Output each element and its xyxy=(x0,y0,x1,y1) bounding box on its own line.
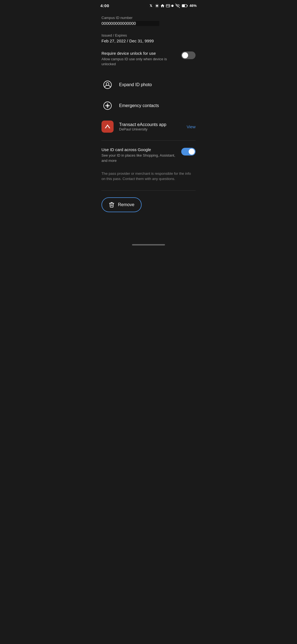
svg-rect-10 xyxy=(166,4,170,7)
home-indicator xyxy=(132,244,165,245)
remove-button[interactable]: Remove xyxy=(101,197,142,212)
emergency-contacts-item[interactable]: Emergency contacts xyxy=(101,95,196,116)
svg-rect-13 xyxy=(187,5,188,6)
use-id-card-row: Use ID card across Google See your ID in… xyxy=(101,147,196,163)
device-unlock-desc: Allow campus ID use only when device is … xyxy=(101,57,177,67)
notification-dot xyxy=(171,5,174,7)
transact-title: Transact eAccounts app xyxy=(119,122,181,127)
transact-item[interactable]: Transact eAccounts app DePaul University… xyxy=(101,116,196,137)
campus-id-section: Campus ID number 000000000000000████████ xyxy=(101,16,196,26)
medical-icon xyxy=(103,101,112,110)
issued-expires-label: Issued / Expires xyxy=(101,33,196,37)
person-circle-icon xyxy=(103,80,112,89)
notification-icons: 𝕏 xyxy=(149,4,174,8)
trash-svg xyxy=(109,202,115,208)
campus-id-label: Campus ID number xyxy=(101,16,196,20)
use-id-card-title: Use ID card across Google xyxy=(101,147,177,152)
device-unlock-title: Require device unlock for use xyxy=(101,51,177,56)
device-unlock-toggle[interactable] xyxy=(181,51,196,59)
remove-button-label: Remove xyxy=(118,202,134,207)
expand-id-photo-label: Expand ID photo xyxy=(119,82,196,87)
footer-note: The pass provider or merchant is respons… xyxy=(101,171,196,182)
campus-id-value: 000000000000000████████ xyxy=(101,21,196,26)
status-bar: 4:00 𝕏 xyxy=(95,0,202,10)
transact-view-button[interactable]: View xyxy=(187,124,196,129)
home-icon xyxy=(160,4,165,8)
svg-point-16 xyxy=(106,83,109,85)
status-time: 4:00 xyxy=(100,3,109,8)
emergency-contacts-icon xyxy=(101,100,114,112)
main-content: Campus ID number 000000000000000████████… xyxy=(95,10,202,240)
device-unlock-row: Require device unlock for use Allow camp… xyxy=(101,51,196,67)
expand-id-photo-item[interactable]: Expand ID photo xyxy=(101,74,196,95)
divider-2 xyxy=(101,190,196,191)
transact-subtitle: DePaul University xyxy=(119,127,181,131)
wallet-icon xyxy=(166,4,170,8)
transact-app-icon xyxy=(104,123,111,130)
issued-expires-section: Issued / Expires Feb 27, 2022 / Dec 31, … xyxy=(101,33,196,43)
use-id-card-toggle[interactable] xyxy=(181,148,196,155)
svg-rect-14 xyxy=(182,5,185,7)
svg-point-1 xyxy=(156,5,158,7)
emergency-contacts-label: Emergency contacts xyxy=(119,103,196,108)
svg-line-9 xyxy=(158,4,158,5)
svg-text:𝕏: 𝕏 xyxy=(150,4,152,8)
svg-point-11 xyxy=(169,6,169,7)
toggle-thumb xyxy=(182,52,188,58)
divider-1 xyxy=(101,140,196,141)
toggle-thumb-on xyxy=(189,149,195,155)
svg-line-8 xyxy=(156,7,156,7)
brightness-icon xyxy=(155,4,159,8)
expand-id-photo-icon xyxy=(101,79,114,91)
transact-icon xyxy=(101,121,114,133)
status-right-icons: 𝕏 xyxy=(149,4,197,8)
wifi-icon xyxy=(175,4,180,8)
x-icon: 𝕏 xyxy=(149,4,154,8)
issued-expires-value: Feb 27, 2022 / Dec 31, 9999 xyxy=(101,39,196,43)
battery-icon xyxy=(182,4,188,8)
svg-line-7 xyxy=(158,7,158,7)
battery-percentage: 46% xyxy=(189,4,197,8)
use-id-card-desc: See your ID in places like Shopping, Ass… xyxy=(101,153,177,163)
trash-icon xyxy=(109,202,115,208)
svg-line-6 xyxy=(156,4,156,5)
